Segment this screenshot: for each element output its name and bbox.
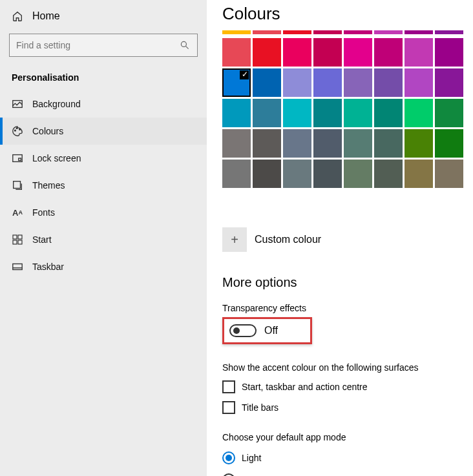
start-icon xyxy=(12,234,23,245)
custom-colour-row[interactable]: + Custom colour xyxy=(222,227,473,252)
color-swatch[interactable] xyxy=(405,38,433,67)
toggle-knob xyxy=(233,327,240,334)
color-swatch[interactable] xyxy=(435,99,463,127)
color-swatch[interactable] xyxy=(253,68,281,97)
color-swatch[interactable] xyxy=(313,160,342,188)
nav-home[interactable]: Home xyxy=(0,6,207,26)
accent-swatch xyxy=(253,30,281,34)
sidebar-item-colours[interactable]: Colours xyxy=(0,118,207,145)
svg-rect-12 xyxy=(18,240,22,244)
radio-icon xyxy=(222,451,235,464)
page-title: Colours xyxy=(222,4,473,24)
sidebar-item-label: Themes xyxy=(32,180,65,191)
color-swatch[interactable] xyxy=(374,160,403,188)
checkbox-icon xyxy=(222,380,235,393)
radio-light[interactable]: Light xyxy=(222,451,473,464)
color-swatch[interactable] xyxy=(405,129,433,158)
svg-rect-8 xyxy=(14,181,21,189)
accent-swatch xyxy=(344,30,372,34)
color-swatch[interactable] xyxy=(222,68,251,97)
svg-rect-13 xyxy=(13,264,22,270)
color-swatch[interactable] xyxy=(435,160,463,188)
color-swatch[interactable] xyxy=(374,129,403,158)
sidebar-item-start[interactable]: Start xyxy=(0,226,207,253)
checkbox-start-taskbar[interactable]: Start, taskbar and action centre xyxy=(222,380,473,393)
color-swatch[interactable] xyxy=(283,160,311,188)
plus-icon[interactable]: + xyxy=(222,227,247,252)
color-swatch[interactable] xyxy=(374,99,403,127)
transparency-label: Transparency effects xyxy=(222,303,473,313)
taskbar-icon xyxy=(12,261,23,273)
color-swatch[interactable] xyxy=(344,68,372,97)
color-swatch[interactable] xyxy=(374,38,403,67)
color-swatch[interactable] xyxy=(405,160,433,188)
color-swatch[interactable] xyxy=(344,160,372,188)
color-swatch[interactable] xyxy=(313,38,342,67)
fonts-icon: AA xyxy=(12,207,23,218)
color-swatch[interactable] xyxy=(313,129,342,158)
sidebar-item-background[interactable]: Background xyxy=(0,90,207,118)
color-swatch[interactable] xyxy=(222,38,251,67)
sidebar-item-taskbar[interactable]: Taskbar xyxy=(0,253,207,280)
accent-swatch xyxy=(222,30,251,34)
svg-rect-11 xyxy=(13,240,17,244)
color-swatch[interactable] xyxy=(283,99,311,127)
sidebar-item-label: Fonts xyxy=(32,207,55,218)
toggle-state-label: Off xyxy=(264,325,278,336)
color-swatch[interactable] xyxy=(253,160,281,188)
color-swatch[interactable] xyxy=(253,129,281,158)
radio-label: Light xyxy=(242,453,261,463)
color-swatch[interactable] xyxy=(253,38,281,67)
sidebar-item-label: Background xyxy=(32,99,81,109)
svg-line-1 xyxy=(186,47,189,49)
radio-icon xyxy=(222,473,235,476)
color-swatch[interactable] xyxy=(313,68,342,97)
color-swatch[interactable] xyxy=(435,68,463,97)
svg-point-0 xyxy=(181,41,186,47)
svg-point-5 xyxy=(19,129,21,130)
accent-preview-row xyxy=(222,30,473,34)
color-swatch[interactable] xyxy=(405,68,433,97)
sidebar-item-themes[interactable]: Themes xyxy=(0,172,207,199)
checkbox-label: Title bars xyxy=(242,402,279,413)
color-swatch[interactable] xyxy=(283,68,311,97)
color-swatch[interactable] xyxy=(435,129,463,158)
color-swatch[interactable] xyxy=(222,129,251,158)
sidebar-item-lockscreen[interactable]: Lock screen xyxy=(0,145,207,172)
svg-rect-7 xyxy=(19,158,21,161)
svg-point-4 xyxy=(16,128,17,129)
color-swatch[interactable] xyxy=(283,129,311,158)
color-swatch[interactable] xyxy=(344,38,372,67)
color-swatch[interactable] xyxy=(283,38,311,67)
color-swatch[interactable] xyxy=(405,99,433,127)
color-grid xyxy=(222,38,473,218)
checkbox-label: Start, taskbar and action centre xyxy=(242,382,368,392)
color-swatch[interactable] xyxy=(344,129,372,158)
color-swatch[interactable] xyxy=(374,68,403,97)
sidebar: Home Personalisation Background Colours … xyxy=(0,0,207,476)
sidebar-item-label: Taskbar xyxy=(32,262,64,272)
transparency-toggle[interactable] xyxy=(229,324,257,337)
search-icon xyxy=(179,39,191,51)
color-swatch[interactable] xyxy=(313,99,342,127)
app-mode-label: Choose your default app mode xyxy=(222,432,473,442)
nav-home-label: Home xyxy=(32,10,60,22)
svg-rect-10 xyxy=(18,235,22,239)
color-swatch[interactable] xyxy=(435,38,463,67)
search-box[interactable] xyxy=(9,34,198,57)
color-swatch[interactable] xyxy=(222,99,251,127)
checkbox-icon xyxy=(222,401,235,414)
radio-dark[interactable]: Dark xyxy=(222,473,473,476)
search-input[interactable] xyxy=(16,40,173,50)
sidebar-item-fonts[interactable]: AA Fonts xyxy=(0,199,207,226)
color-swatch[interactable] xyxy=(253,99,281,127)
palette-icon xyxy=(12,125,23,137)
themes-icon xyxy=(12,180,23,191)
color-swatch[interactable] xyxy=(222,160,251,188)
svg-point-3 xyxy=(15,130,16,131)
color-swatch[interactable] xyxy=(344,99,372,127)
custom-colour-label: Custom colour xyxy=(255,234,321,245)
accent-swatch xyxy=(283,30,311,34)
checkbox-title-bars[interactable]: Title bars xyxy=(222,401,473,414)
accent-swatch xyxy=(374,30,403,34)
